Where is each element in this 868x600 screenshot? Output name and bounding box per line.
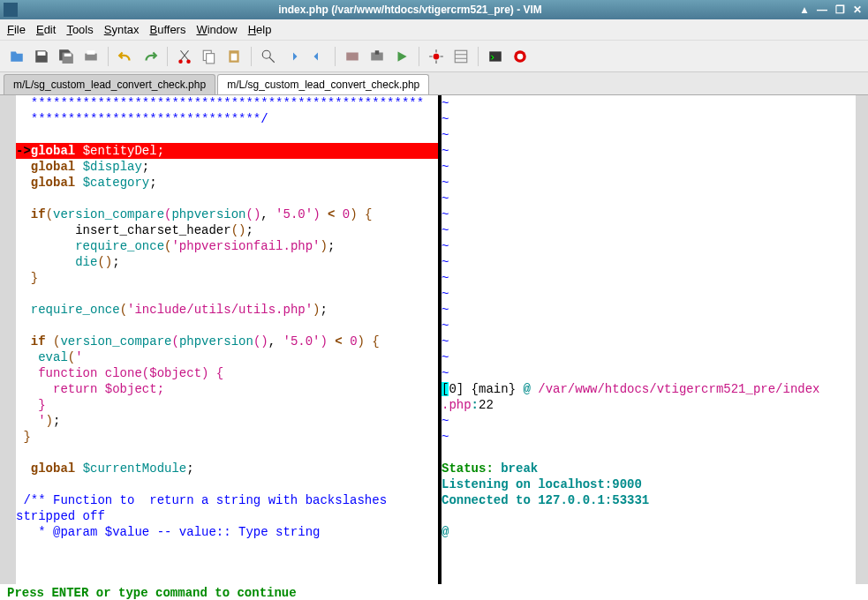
toolbar — [0, 41, 868, 72]
svg-rect-9 — [231, 53, 238, 60]
find-replace-icon[interactable] — [259, 47, 278, 66]
tab-active[interactable]: m/L/sg_custom_lead_convert_check.php — [217, 74, 429, 94]
separator — [419, 47, 419, 66]
tilde-line: ~ — [442, 239, 449, 253]
tilde-line: ~ — [442, 207, 449, 221]
code-token: function clone($object) { — [16, 366, 223, 380]
stack-main: {main} — [464, 382, 516, 396]
tilde-line: ~ — [442, 366, 449, 380]
tilde-line: ~ — [442, 303, 449, 317]
maximize-icon[interactable]: ❐ — [833, 3, 847, 17]
paste-icon[interactable] — [224, 47, 244, 66]
print-icon[interactable] — [81, 47, 101, 66]
code-token: $category — [75, 176, 149, 190]
svg-point-4 — [178, 59, 183, 64]
shell-icon[interactable] — [486, 47, 505, 66]
tilde-line: ~ — [442, 319, 449, 333]
save-icon[interactable] — [32, 47, 51, 66]
stack-line-number: 22 — [479, 398, 494, 412]
tilde-line: ~ — [442, 160, 449, 174]
code-pane[interactable]: ****************************************… — [16, 95, 438, 584]
code-token: } — [16, 398, 46, 412]
tilde-line: ~ — [442, 191, 449, 206]
cut-icon[interactable] — [175, 47, 194, 66]
prompt-text: Press ENTER or type command to continue — [7, 586, 297, 600]
code-token: eval — [38, 350, 68, 364]
svg-point-5 — [186, 59, 191, 64]
svg-rect-2 — [85, 53, 97, 60]
make-icon[interactable] — [426, 47, 446, 66]
tilde-line: ~ — [442, 334, 449, 349]
code-token: global — [31, 176, 75, 190]
svg-point-17 — [517, 53, 524, 59]
session-load-icon[interactable] — [343, 47, 362, 66]
tabbar: m/L/sg_custom_lead_convert_check.php m/L… — [0, 72, 868, 95]
code-token: } — [16, 430, 31, 444]
tags-icon[interactable] — [451, 47, 471, 66]
code-token: die — [75, 255, 97, 269]
tilde-line: ~ — [442, 223, 449, 237]
minimize-icon[interactable]: ▴ — [797, 3, 811, 17]
tilde-line: ~ — [442, 350, 449, 364]
next-icon[interactable] — [283, 47, 303, 66]
save-all-icon[interactable] — [57, 47, 76, 66]
redo-icon[interactable] — [140, 47, 160, 66]
editor: ****************************************… — [0, 95, 868, 584]
menu-buffers[interactable]: Buffers — [149, 23, 185, 36]
code-line: /** Function to return a string with bac… — [16, 493, 387, 507]
separator — [108, 47, 109, 66]
session-save-icon[interactable] — [367, 47, 387, 66]
code-line: *******************************/ — [31, 112, 268, 126]
status-value: break — [494, 461, 538, 476]
menu-window[interactable]: Window — [196, 23, 237, 36]
code-token: insert_charset_header — [16, 223, 231, 237]
separator — [251, 47, 252, 66]
window-controls: ▴ — ❐ ✕ — [797, 3, 864, 17]
run-icon[interactable] — [392, 47, 411, 66]
undo-icon[interactable] — [116, 47, 135, 66]
menubar: File Edit Tools Syntax Buffers Window He… — [0, 19, 868, 41]
status-label: Status: — [442, 461, 494, 476]
svg-rect-15 — [489, 51, 502, 61]
code-line: stripped off — [16, 509, 105, 523]
stack-path: /var/www/htdocs/vtigercrm521_pre/index — [538, 382, 819, 396]
debug-pane[interactable]: ~ ~ ~ ~ ~ ~ ~ ~ ~ ~ ~ ~ ~ ~ ~ ~ ~ ~ [0] … — [442, 95, 856, 584]
close-icon[interactable]: ✕ — [850, 3, 864, 17]
open-icon[interactable] — [7, 47, 26, 66]
svg-point-13 — [434, 53, 440, 59]
restore-icon[interactable]: — — [815, 3, 829, 17]
prev-icon[interactable] — [308, 47, 328, 66]
code-token: if — [31, 334, 46, 349]
menu-tools[interactable]: Tools — [66, 23, 93, 36]
tilde-line: ~ — [442, 414, 449, 428]
svg-rect-7 — [207, 53, 215, 63]
debug-connected: Connected to 127.0.0.1:53331 — [442, 493, 649, 507]
debug-listening: Listening on localhost:9000 — [442, 477, 642, 491]
tilde-line: ~ — [442, 287, 449, 301]
right-gutter — [856, 95, 868, 584]
svg-rect-14 — [455, 50, 467, 63]
tilde-line: ~ — [442, 96, 449, 110]
tab-inactive[interactable]: m/L/sg_custom_lead_convert_check.php — [4, 74, 215, 94]
code-token: global — [31, 461, 75, 476]
menu-file[interactable]: File — [7, 23, 26, 36]
tilde-line: ~ — [442, 144, 449, 158]
tilde-line: ~ — [442, 176, 449, 190]
help-icon[interactable] — [510, 47, 530, 66]
menu-help[interactable]: Help — [248, 23, 272, 36]
code-token: } — [31, 271, 38, 285]
svg-rect-3 — [87, 50, 95, 55]
titlebar: index.php (/var/www/htdocs/vtigercrm521_… — [0, 0, 868, 19]
window-title: index.php (/var/www/htdocs/vtigercrm521_… — [23, 4, 797, 16]
command-line[interactable]: Press ENTER or type command to continue — [0, 584, 868, 600]
menu-edit[interactable]: Edit — [36, 23, 56, 36]
tilde-line: ~ — [442, 271, 449, 285]
menu-syntax[interactable]: Syntax — [104, 23, 140, 36]
code-token: require_once — [75, 239, 164, 253]
svg-point-10 — [262, 50, 270, 58]
separator — [478, 47, 479, 66]
code-token: require_once — [31, 303, 120, 317]
copy-icon[interactable] — [200, 47, 219, 66]
separator — [335, 47, 336, 66]
left-gutter — [0, 95, 16, 584]
